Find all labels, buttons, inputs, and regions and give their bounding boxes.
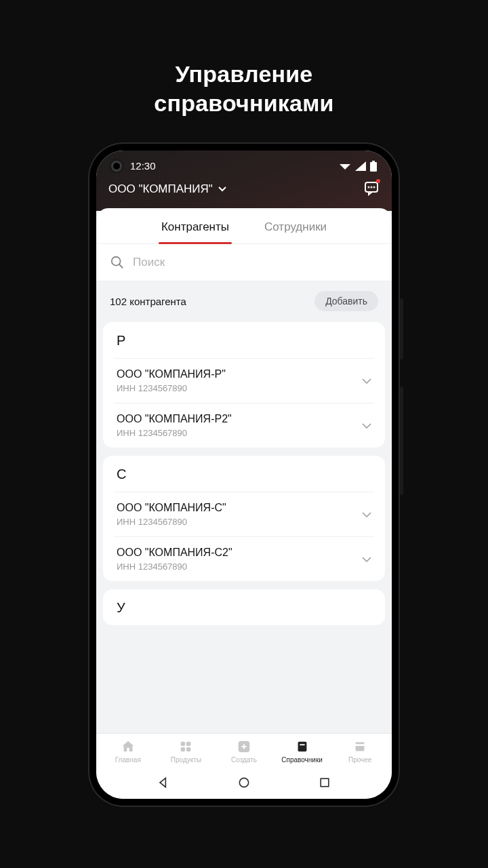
list-area[interactable]: Р ООО "КОМПАНИЯ-Р" ИНН 1234567890 ООО "К… (96, 322, 392, 733)
org-selector[interactable]: ООО "КОМПАНИЯ" (108, 182, 226, 196)
svg-rect-16 (356, 746, 365, 751)
svg-line-7 (119, 264, 123, 269)
count-row: 102 контрагента Добавить (96, 281, 392, 322)
chevron-down-icon (362, 378, 371, 384)
list-item[interactable]: ООО "КОМПАНИЯ-С2" ИНН 1234567890 (114, 537, 374, 581)
group-letter: С (114, 456, 374, 492)
org-name: ООО "КОМПАНИЯ" (108, 182, 213, 196)
list-group: Р ООО "КОМПАНИЯ-Р" ИНН 1234567890 ООО "К… (103, 322, 385, 448)
chevron-down-icon (362, 423, 371, 429)
item-inn: ИНН 1234567890 (117, 428, 232, 438)
more-icon (352, 739, 367, 754)
list-item[interactable]: ООО "КОМПАНИЯ-С" ИНН 1234567890 (114, 492, 374, 537)
svg-rect-0 (370, 162, 377, 172)
list-item[interactable]: ООО "КОМПАНИЯ-Р2" ИНН 1234567890 (114, 403, 374, 448)
nav-back-icon[interactable] (157, 776, 170, 789)
tabbar-products[interactable]: Продукты (159, 739, 212, 764)
svg-rect-14 (300, 744, 304, 745)
tabbar-label: Создать (231, 756, 257, 764)
tabbar-label: Справочники (281, 756, 323, 764)
svg-point-4 (371, 187, 372, 188)
search-input[interactable] (133, 256, 378, 269)
list-group: У (103, 589, 385, 625)
tabbar-label: Главная (115, 756, 141, 764)
main-panel: Контрагенты Сотрудники (96, 208, 392, 281)
tabbar-create[interactable]: Создать (218, 739, 270, 764)
search-icon (110, 255, 125, 270)
item-name: ООО "КОМПАНИЯ-Р" (117, 368, 226, 380)
add-button[interactable]: Добавить (314, 291, 378, 311)
svg-rect-8 (181, 742, 185, 746)
item-inn: ИНН 1234567890 (117, 517, 226, 527)
signal-icon (355, 161, 366, 171)
item-name: ООО "КОМПАНИЯ-С2" (117, 547, 232, 559)
search-row[interactable] (96, 243, 392, 281)
book-icon (295, 739, 310, 754)
status-bar: 12:30 (108, 159, 380, 180)
list-item[interactable]: ООО "КОМПАНИЯ-Р" ИНН 1234567890 (114, 359, 374, 403)
plus-icon (237, 739, 251, 754)
nav-home-icon[interactable] (237, 776, 251, 789)
notification-dot (376, 179, 380, 183)
phone-side-button (400, 298, 403, 359)
camera-cutout (111, 161, 122, 172)
system-nav-bar (96, 768, 392, 799)
tab-employees[interactable]: Сотрудники (264, 220, 327, 243)
svg-point-17 (239, 778, 248, 787)
status-time: 12:30 (130, 160, 156, 172)
svg-point-6 (112, 257, 121, 266)
chevron-down-icon (362, 557, 371, 562)
tabbar-home[interactable]: Главная (102, 739, 155, 764)
app-header: 12:30 ООО "КОМПАНИЯ" (96, 151, 392, 211)
page-heading: Управление справочниками (0, 0, 488, 117)
count-label: 102 контрагента (110, 296, 186, 307)
phone-frame: 12:30 ООО "КОМПАНИЯ" (88, 142, 400, 807)
tabbar-more[interactable]: Прочее (333, 739, 386, 764)
svg-rect-1 (372, 161, 375, 162)
group-letter: Р (114, 322, 374, 359)
chevron-down-icon (362, 512, 371, 517)
tab-counterparties[interactable]: Контрагенты (161, 220, 229, 243)
list-group: С ООО "КОМПАНИЯ-С" ИНН 1234567890 ООО "К… (103, 456, 385, 581)
grid-icon (178, 739, 193, 754)
item-inn: ИНН 1234567890 (117, 383, 226, 393)
phone-screen: 12:30 ООО "КОМПАНИЯ" (96, 151, 392, 799)
page-heading-line1: Управление (0, 60, 488, 89)
svg-rect-13 (298, 742, 306, 752)
item-inn: ИНН 1234567890 (117, 561, 232, 572)
group-letter: У (114, 589, 374, 625)
phone-side-button (400, 387, 403, 495)
page-heading-line2: справочниками (0, 89, 488, 118)
chevron-down-icon (218, 186, 226, 192)
item-name: ООО "КОМПАНИЯ-С" (117, 502, 226, 514)
home-icon (121, 739, 136, 754)
item-name: ООО "КОМПАНИЯ-Р2" (117, 413, 232, 425)
tabbar-label: Продукты (171, 756, 201, 764)
svg-point-3 (369, 187, 369, 188)
svg-rect-15 (356, 743, 365, 745)
nav-recent-icon[interactable] (318, 776, 331, 789)
app-tabbar: Главная Продукты Создать Справочники Про… (96, 733, 392, 768)
svg-rect-18 (321, 778, 329, 787)
tab-bar: Контрагенты Сотрудники (96, 208, 392, 243)
tabbar-label: Прочее (348, 756, 371, 764)
svg-rect-10 (181, 747, 185, 751)
svg-rect-11 (186, 747, 190, 751)
tabbar-references[interactable]: Справочники (276, 739, 329, 764)
svg-point-5 (374, 187, 375, 188)
battery-icon (370, 161, 377, 172)
wifi-icon (339, 161, 351, 171)
chat-button[interactable] (363, 180, 380, 199)
svg-rect-9 (186, 742, 190, 746)
